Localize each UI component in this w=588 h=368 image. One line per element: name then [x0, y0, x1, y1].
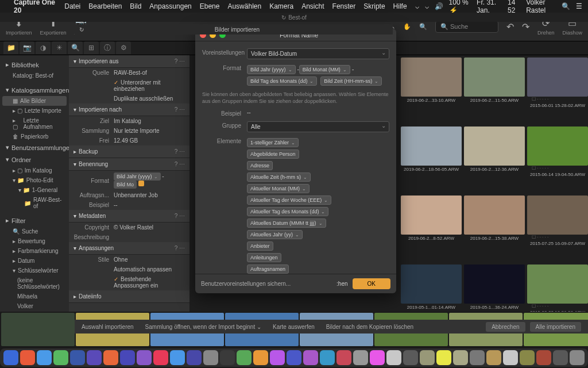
filmstrip-thumb[interactable]	[1, 313, 75, 346]
keyword-volker[interactable]: Volker	[2, 301, 67, 311]
element-token[interactable]: Auftragsnamen	[247, 264, 289, 274]
dock-app-icon[interactable]	[20, 350, 35, 365]
thumbnail[interactable]: 2019-06-2...12-36.ARW	[464, 126, 525, 193]
wifi-icon[interactable]: ⌵	[425, 2, 429, 10]
thumbnail[interactable]: ☐ · · · · ·2015-07-25 16-09-07.ARW	[527, 195, 588, 262]
job-value[interactable]: Unbenannter Job	[114, 192, 185, 198]
tab-lens[interactable]: 📷	[20, 41, 34, 54]
cancel-fragment[interactable]: :hen	[336, 281, 347, 287]
menu-layer[interactable]: Ebene	[200, 2, 220, 10]
folder-general[interactable]: ▾ 📁 1-General	[2, 185, 67, 195]
menu-scripts[interactable]: Skripte	[363, 2, 385, 10]
dock-app-icon[interactable]	[120, 350, 135, 365]
save-prefs-button[interactable]: Benutzervoreinstellungen sichern...	[201, 281, 291, 287]
dock-app-icon[interactable]	[103, 350, 118, 365]
dock-app-icon[interactable]	[453, 350, 468, 365]
filter-keywords[interactable]: ▾ Schlüsselwörter	[2, 266, 67, 275]
include-subfolders-checkbox[interactable]: Unterordner mit einbeziehen	[114, 79, 160, 92]
dock-app-icon[interactable]	[386, 350, 401, 365]
thumbnail[interactable]: 2019-06-2...33-10.ARW	[401, 57, 462, 124]
user-collections-header[interactable]: ▾ Benutzersammlungen	[2, 141, 67, 154]
dock-app-icon[interactable]	[420, 350, 435, 365]
dock-app-icon[interactable]	[486, 350, 501, 365]
dock-app-icon[interactable]	[370, 350, 385, 365]
menu-adjust[interactable]: Anpassungen	[149, 2, 191, 10]
element-token[interactable]: Abgebildete Person	[247, 150, 299, 159]
dock-app-icon[interactable]	[203, 350, 218, 365]
dock-app-icon[interactable]	[253, 350, 268, 365]
element-token[interactable]: Anbieter	[247, 241, 273, 251]
import-to-header[interactable]: ▾Importieren nach? ⋯	[69, 103, 189, 116]
tab-styles[interactable]: ⊞	[84, 41, 99, 54]
dock-app-icon[interactable]	[37, 350, 52, 365]
undo-button[interactable]: ↶	[506, 21, 514, 32]
sidebar-item-trash[interactable]: 🗑 Papierkorb	[2, 132, 67, 141]
folder-raw-best-of[interactable]: 📁 RAW-Best-of	[2, 195, 67, 211]
dock-app-icon[interactable]	[70, 350, 85, 365]
dock-app-icon[interactable]	[220, 350, 235, 365]
menu-image[interactable]: Bild	[130, 2, 141, 10]
zoom-icon[interactable]: 🔍	[419, 23, 427, 30]
bluetooth-icon[interactable]: ⌵	[415, 2, 419, 10]
menu-window[interactable]: Fenster	[332, 2, 356, 10]
auto-adjust-checkbox[interactable]: Automatisch anpassen	[114, 266, 185, 273]
dock-app-icon[interactable]	[320, 350, 335, 365]
menu-view[interactable]: Ansicht	[301, 2, 324, 10]
preset-select[interactable]: Volker Bild-Datum	[247, 48, 389, 59]
tab-library[interactable]: 📁	[3, 41, 18, 54]
dock-app-icon[interactable]	[470, 350, 485, 365]
tab-output[interactable]: ⚙	[116, 41, 131, 54]
element-token[interactable]: Aktuelles Datum (MMM tt jjjj) ⌄	[247, 218, 326, 228]
catalog-collections-header[interactable]: ▾ Katalogsammlungen	[2, 84, 67, 96]
cancel-import-button[interactable]: Abbrechen	[486, 322, 525, 332]
dock-app-icon[interactable]	[520, 350, 535, 365]
dock-app-icon[interactable]	[153, 350, 168, 365]
dock-app-icon[interactable]	[503, 350, 518, 365]
tab-details[interactable]: 🔍	[68, 41, 83, 54]
dock-app-icon[interactable]	[536, 350, 551, 365]
search-icon[interactable]: 🔍	[562, 2, 570, 10]
adjustments-header[interactable]: ▾Anpassungen? ⋯	[69, 242, 189, 255]
exclude-duplicates-checkbox[interactable]: Duplikate ausschließen	[114, 95, 185, 102]
element-token[interactable]: Aktuelles Jahr (yy) ⌄	[247, 230, 303, 239]
volume-icon[interactable]: 🔊	[435, 2, 443, 10]
redo-button[interactable]: ↷	[522, 21, 529, 32]
dock-app-icon[interactable]	[53, 350, 68, 365]
dock-app-icon[interactable]	[336, 350, 351, 365]
copyright-value[interactable]: © Volker Rastel	[114, 224, 185, 231]
dock-app-icon[interactable]	[303, 350, 318, 365]
filter-search[interactable]: 🔍 Suche	[2, 227, 67, 236]
keyword-mihaela[interactable]: Mihaela	[2, 292, 67, 301]
element-token[interactable]: Aktueller Monat (MM) ⌄	[247, 184, 310, 193]
open-collection-select[interactable]: Sammlung öffnen, wenn der Import beginnt…	[145, 324, 261, 330]
dock-app-icon[interactable]	[170, 350, 185, 365]
dock-app-icon[interactable]	[570, 350, 585, 365]
element-token[interactable]: 1-stelliger Zähler ⌄	[247, 138, 299, 147]
dock-app-icon[interactable]	[237, 350, 252, 365]
folder-photo-edit[interactable]: ▾ 📁 Photo-Edit	[2, 175, 67, 185]
thumbnail[interactable]: 2019-06-2...18-56-05.ARW	[401, 126, 462, 193]
hand-icon[interactable]: ✋	[403, 23, 411, 30]
dock-app-icon[interactable]	[187, 350, 202, 365]
element-token[interactable]: Aktuelle Zeit (h-mm s) ⌄	[247, 172, 311, 182]
dock-app-icon[interactable]	[436, 350, 451, 365]
menu-camera[interactable]: Kamera	[269, 2, 293, 10]
element-token[interactable]: Aktueller Tag des Monats (dd) ⌄	[247, 207, 328, 216]
menu-edit[interactable]: Bearbeiten	[88, 2, 122, 10]
filter-color[interactable]: ▸ Farbmarkierung	[2, 246, 67, 256]
metadata-header[interactable]: ▾Metadaten? ⋯	[69, 210, 189, 223]
tab-color[interactable]: ◑	[36, 41, 51, 54]
import-from-header[interactable]: ▾Importieren aus? ⋯	[69, 55, 189, 68]
menu-help[interactable]: Hilfe	[393, 2, 407, 10]
tab-meta[interactable]: ⓘ	[100, 41, 115, 54]
import-all-button[interactable]: Alle importieren	[530, 322, 581, 332]
eject-card-checkbox[interactable]: Karte auswerfen	[273, 324, 315, 330]
dock-app-icon[interactable]	[553, 350, 568, 365]
ok-button[interactable]: OK	[353, 278, 390, 289]
toolbar-search-input[interactable]: 🔍 Suche	[435, 21, 498, 33]
dock-app-icon[interactable]	[287, 350, 301, 365]
thumbnail[interactable]: 2019-06-2...11-50.ARW	[464, 57, 525, 124]
naming-header[interactable]: ▾Benennung? ⋯	[69, 158, 189, 171]
tab-exposure[interactable]: ☀	[52, 41, 67, 54]
sidebar-item-recent-captures[interactable]: ▸ ▢ Letzte Aufnahmen	[2, 116, 67, 132]
